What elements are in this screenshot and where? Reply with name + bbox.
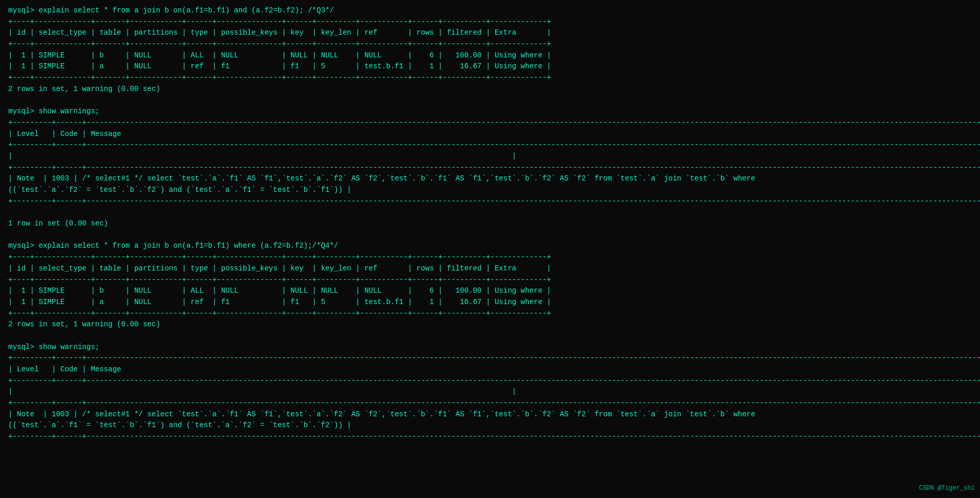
terminal-output: mysql> explain select * from a join b on…: [8, 5, 972, 443]
watermark: CSDN @Tiger_shl: [919, 484, 975, 493]
